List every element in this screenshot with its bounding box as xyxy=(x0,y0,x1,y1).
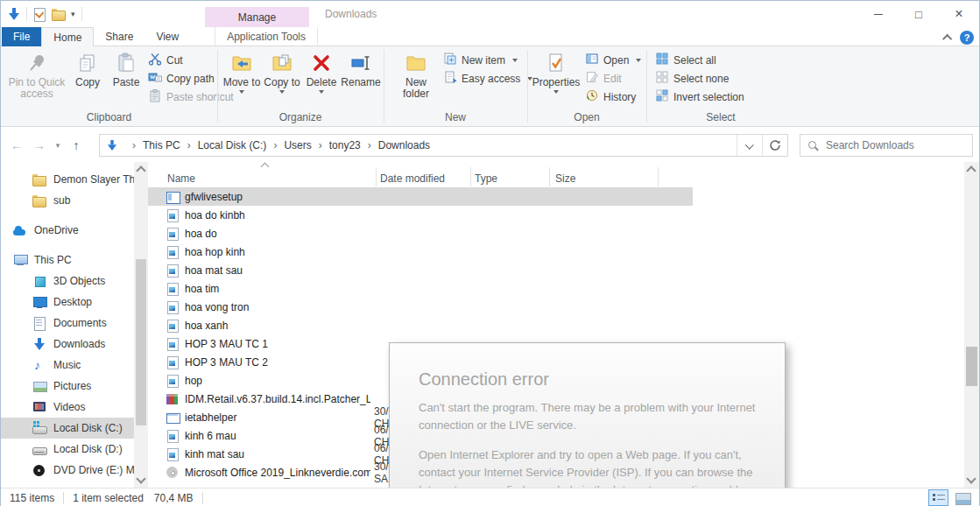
invert-selection-label: Invert selection xyxy=(673,91,744,103)
select-all-icon xyxy=(655,52,669,68)
scrollbar-thumb[interactable] xyxy=(966,347,977,386)
file-icon xyxy=(166,190,180,204)
sidebar-item[interactable]: Local Disk (D:) xyxy=(1,439,134,460)
paste-button[interactable]: Paste xyxy=(108,49,145,88)
file-name: gfwlivesetup xyxy=(180,191,370,203)
delete-label: Delete xyxy=(307,77,337,88)
sidebar-scrollbar[interactable] xyxy=(134,162,148,488)
edit-icon xyxy=(585,70,599,87)
sidebar-item-label: Pictures xyxy=(53,380,91,392)
table-row[interactable]: hoa xanh xyxy=(148,316,964,334)
sidebar-item-icon xyxy=(32,421,46,435)
tab-file[interactable]: File xyxy=(2,27,41,46)
table-row[interactable]: hoa do kinbh xyxy=(148,206,964,224)
copy-to-button[interactable]: Copy to xyxy=(263,49,301,94)
copy-path-label: Copy path xyxy=(166,73,215,85)
sidebar-item[interactable]: sub xyxy=(1,190,134,211)
breadcrumb-item[interactable]: This PC xyxy=(125,139,180,151)
move-to-button[interactable]: Move to xyxy=(222,49,261,94)
scroll-up-icon[interactable] xyxy=(966,165,976,175)
table-row[interactable]: hoa tim xyxy=(148,279,964,298)
column-header-date-modified[interactable]: Date modified xyxy=(376,167,470,186)
maximize-button[interactable]: □ xyxy=(899,1,939,27)
properties-button[interactable]: Properties xyxy=(531,49,582,94)
back-icon[interactable]: ← xyxy=(6,138,27,152)
details-view-button[interactable] xyxy=(928,489,948,506)
column-header-name[interactable]: Name xyxy=(148,167,376,186)
qat-customize-caret-icon[interactable]: ▾ xyxy=(71,11,75,18)
open-button[interactable]: Open xyxy=(585,51,641,69)
table-row[interactable]: hoa do xyxy=(148,224,964,242)
breadcrumb-item[interactable]: tony23 xyxy=(312,139,361,151)
table-row[interactable]: gfwlivesetup xyxy=(148,187,693,206)
forward-icon[interactable]: → xyxy=(29,138,50,152)
window-controls: □ × xyxy=(858,1,979,27)
dialog-title: Connection error xyxy=(419,369,549,390)
ribbon-tabs: File Home Share View Application Tools xyxy=(1,27,979,46)
search-input[interactable] xyxy=(826,139,965,151)
up-icon[interactable]: ↑ xyxy=(66,138,87,152)
sidebar-item[interactable]: Desktop xyxy=(1,292,134,313)
breadcrumb-item[interactable]: Local Disk (C:) xyxy=(180,139,267,151)
new-folder-button[interactable]: New folder xyxy=(396,49,436,100)
file-list-scrollbar[interactable] xyxy=(964,162,979,488)
address-bar[interactable]: This PC Local Disk (C:) Users tony23 Dow… xyxy=(99,134,788,157)
close-button[interactable]: × xyxy=(939,1,979,27)
large-icons-view-button[interactable] xyxy=(952,489,972,506)
copy-button[interactable]: Copy xyxy=(69,49,106,88)
sidebar-item[interactable]: Videos xyxy=(1,397,134,418)
file-icon xyxy=(166,245,180,259)
sidebar-item[interactable]: Demon Slayer The xyxy=(1,169,134,190)
search-box[interactable] xyxy=(800,134,973,157)
table-row[interactable]: hoa hop kinh xyxy=(148,242,964,261)
scroll-down-icon[interactable] xyxy=(966,474,976,483)
sidebar-item[interactable]: Music xyxy=(1,355,134,376)
column-header-extra xyxy=(658,167,702,186)
sidebar-item[interactable]: Downloads xyxy=(1,334,134,355)
tab-application-tools[interactable]: Application Tools xyxy=(215,27,318,46)
tab-view[interactable]: View xyxy=(145,27,190,46)
delete-button[interactable]: Delete xyxy=(303,49,340,94)
tab-share[interactable]: Share xyxy=(94,27,145,46)
file-icon xyxy=(166,319,180,333)
sidebar-item[interactable]: DVD Drive (E:) Mu xyxy=(1,460,134,481)
address-dropdown-button[interactable] xyxy=(737,135,762,156)
open-label: Open xyxy=(603,54,629,67)
minimize-button[interactable] xyxy=(858,1,899,27)
pin-to-quick-access-button[interactable]: Pin to Quick access xyxy=(8,49,66,100)
sidebar-item[interactable]: Pictures xyxy=(1,376,134,397)
sidebar-item[interactable]: This PC xyxy=(1,249,134,271)
scroll-up-icon[interactable] xyxy=(136,165,145,175)
sidebar-item[interactable]: Documents xyxy=(1,313,134,334)
sidebar-item-label: DVD Drive (E:) Mu xyxy=(53,464,134,476)
scrollbar-thumb[interactable] xyxy=(136,259,146,425)
recent-locations-caret-icon[interactable]: ▾ xyxy=(52,141,64,150)
breadcrumb-item[interactable]: Users xyxy=(266,139,311,151)
invert-selection-button[interactable]: Invert selection xyxy=(655,88,744,106)
history-button[interactable]: History xyxy=(585,88,641,106)
sidebar-item[interactable]: Local Disk (C:) xyxy=(1,418,134,439)
scroll-down-icon[interactable] xyxy=(136,474,145,483)
properties-icon[interactable] xyxy=(33,7,46,21)
new-item-button[interactable]: New item xyxy=(443,51,532,69)
select-none-button[interactable]: Select none xyxy=(655,69,744,88)
table-row[interactable]: hoa vong tron xyxy=(148,298,964,316)
refresh-button[interactable] xyxy=(763,135,787,156)
column-header-type[interactable]: Type xyxy=(470,167,549,186)
edit-button[interactable]: Edit xyxy=(585,69,641,88)
manage-contextual-tab[interactable]: Manage xyxy=(205,7,309,27)
help-icon[interactable]: ? xyxy=(960,31,974,45)
sidebar-item[interactable]: 3D Objects xyxy=(1,271,134,292)
table-row[interactable]: hoa mat sau xyxy=(148,261,964,279)
tab-home[interactable]: Home xyxy=(41,27,94,46)
easy-access-button[interactable]: Easy access xyxy=(443,69,532,88)
breadcrumb-item[interactable]: Downloads xyxy=(361,139,430,151)
file-name: kinh 6 mau xyxy=(180,430,370,442)
sidebar-item-icon xyxy=(32,379,46,393)
sidebar-item[interactable]: OneDrive xyxy=(1,220,134,241)
new-folder-icon[interactable] xyxy=(52,8,65,20)
rename-button[interactable]: Rename xyxy=(338,49,384,88)
column-header-size[interactable]: Size xyxy=(549,167,658,186)
select-all-button[interactable]: Select all xyxy=(655,51,744,69)
file-name: hoa do kinbh xyxy=(180,209,370,221)
